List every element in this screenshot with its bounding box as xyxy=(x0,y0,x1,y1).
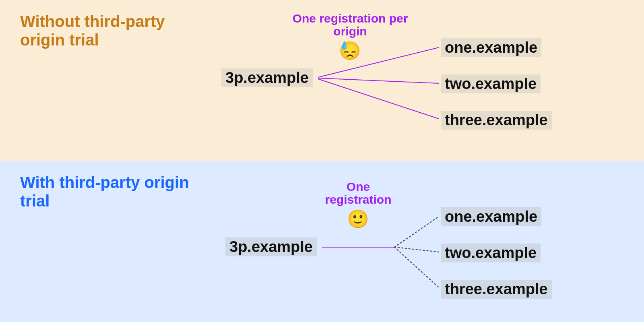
panel-without-third-party: Without third-party origin trial One reg… xyxy=(0,0,644,161)
svg-line-0 xyxy=(318,47,439,77)
target-label-bottom-0: one.example xyxy=(441,207,541,226)
target-label-top-0: one.example xyxy=(441,38,541,57)
svg-line-4 xyxy=(394,217,439,247)
caption-without: One registration per origin xyxy=(282,12,419,37)
sad-emoji-icon: 😓 xyxy=(339,40,361,61)
svg-line-2 xyxy=(318,79,439,119)
target-label-bottom-1: two.example xyxy=(441,244,541,262)
caption-with: One registration xyxy=(316,180,400,206)
title-with: With third-party origin trial xyxy=(20,173,189,210)
happy-emoji-icon: 🙂 xyxy=(347,208,369,229)
source-label-bottom: 3p.example xyxy=(225,237,317,256)
svg-line-1 xyxy=(318,78,439,83)
target-label-bottom-2: three.example xyxy=(441,280,552,299)
panel-with-third-party: With third-party origin trial One regist… xyxy=(0,161,644,322)
source-label-top: 3p.example xyxy=(221,68,313,87)
title-without: Without third-party origin trial xyxy=(20,12,189,49)
target-label-top-2: three.example xyxy=(441,111,552,130)
target-label-top-1: two.example xyxy=(441,74,541,93)
svg-line-5 xyxy=(394,247,439,252)
svg-line-6 xyxy=(394,247,439,287)
